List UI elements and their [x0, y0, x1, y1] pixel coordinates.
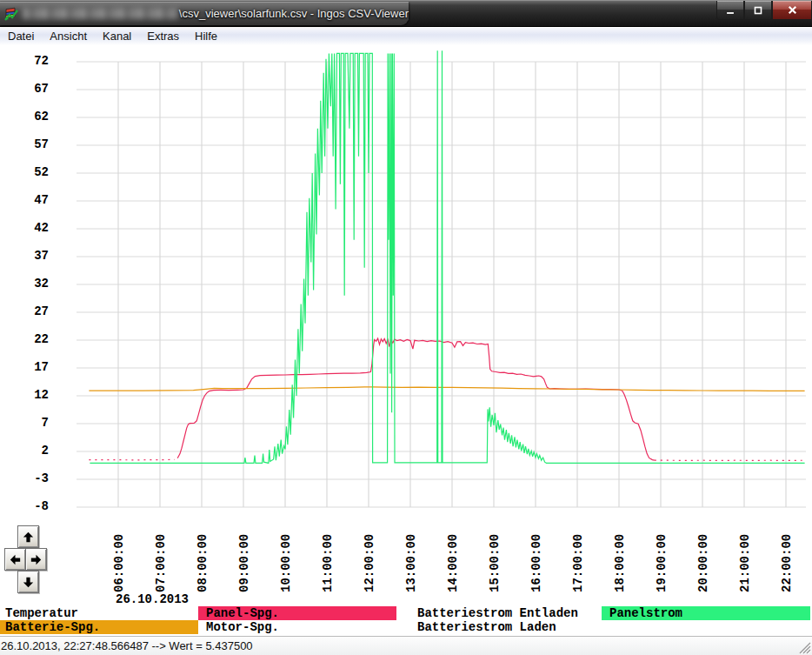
- y-tick-label: 27: [0, 305, 49, 318]
- x-axis-date-label: 26.10.2013: [116, 592, 189, 606]
- y-tick-label: 72: [0, 55, 49, 68]
- arrow-right-icon: [29, 552, 43, 567]
- menu-extras[interactable]: Extras: [139, 29, 187, 44]
- titlebar: \csv_viewer\solarfunk.csv - Ingos CSV-Vi…: [0, 0, 812, 27]
- window-controls: [716, 1, 812, 20]
- x-tick-label: 19:00:00: [655, 534, 669, 592]
- statusbar: 26.10.2013, 22:27:48.566487 --> Wert = 5…: [0, 636, 812, 655]
- status-cursor-value: 26.10.2013, 22:27:48.566487 --> Wert = 5…: [1, 639, 253, 652]
- x-tick-label: 17:00:00: [571, 534, 585, 592]
- arrow-up-icon: [21, 530, 36, 545]
- legend-item-batteriestrom-laden[interactable]: Batteriestrom Laden: [417, 620, 556, 634]
- x-tick-label: 18:00:00: [613, 534, 627, 592]
- legend-item-motor-spg[interactable]: Motor-Spg.: [206, 620, 279, 634]
- menu-datei[interactable]: Datei: [0, 29, 42, 44]
- legend-item-panel-spg[interactable]: Panel-Spg.: [206, 606, 279, 620]
- app-window: \csv_viewer\solarfunk.csv - Ingos CSV-Vi…: [0, 0, 812, 655]
- x-tick-label: 22:00:00: [780, 534, 794, 592]
- menu-kanal[interactable]: Kanal: [95, 29, 139, 44]
- x-tick-label: 09:00:00: [237, 534, 251, 592]
- y-tick-label: 32: [0, 277, 49, 291]
- menu-ansicht[interactable]: Ansicht: [42, 29, 95, 44]
- y-tick-label: -3: [0, 472, 49, 485]
- menu-hilfe[interactable]: Hilfe: [187, 29, 225, 44]
- maximize-icon: [753, 5, 763, 16]
- pan-left-button[interactable]: [4, 548, 26, 571]
- resize-grip[interactable]: [799, 642, 811, 654]
- x-tick-label: 08:00:00: [196, 534, 210, 592]
- close-icon: [787, 4, 798, 16]
- y-tick-label: -8: [0, 500, 49, 513]
- menubar: Datei Ansicht Kanal Extras Hilfe: [0, 28, 812, 45]
- x-tick-label: 07:00:00: [154, 534, 168, 592]
- pan-up-button[interactable]: [17, 525, 39, 548]
- y-tick-label: 2: [0, 444, 49, 458]
- x-tick-label: 15:00:00: [488, 534, 502, 592]
- x-tick-label: 16:00:00: [529, 534, 543, 592]
- x-tick-label: 21:00:00: [738, 534, 752, 592]
- x-tick-label: 20:00:00: [696, 534, 710, 592]
- y-tick-label: 47: [0, 194, 49, 207]
- close-button[interactable]: [772, 1, 812, 20]
- legend-item-panelstrom[interactable]: Panelstrom: [609, 606, 682, 620]
- x-tick-label: 11:00:00: [321, 534, 335, 592]
- y-tick-label: 12: [0, 389, 49, 402]
- x-tick-label: 13:00:00: [404, 534, 418, 592]
- legend-item-batteriestrom-entladen[interactable]: Batteriestrom Entladen: [417, 606, 578, 620]
- x-tick-label: 14:00:00: [446, 534, 460, 592]
- y-tick-label: 17: [0, 361, 49, 374]
- pan-right-button[interactable]: [25, 548, 47, 571]
- y-tick-label: 62: [0, 110, 49, 124]
- y-tick-label: 67: [0, 83, 49, 96]
- y-tick-label: 7: [0, 417, 49, 430]
- y-tick-label: 22: [0, 333, 49, 346]
- y-tick-label: 42: [0, 222, 49, 235]
- arrow-down-icon: [21, 575, 36, 590]
- redacted-path-blur: [23, 8, 177, 19]
- x-tick-label: 06:00:00: [112, 534, 126, 592]
- legend-item-temperatur[interactable]: Temperatur: [5, 606, 78, 620]
- minimize-button[interactable]: [716, 1, 744, 20]
- maximize-button[interactable]: [744, 1, 772, 20]
- y-tick-label: 37: [0, 250, 49, 263]
- x-tick-label: 10:00:00: [279, 534, 293, 592]
- pan-down-button[interactable]: [17, 571, 39, 593]
- legend-item-batterie-spg[interactable]: Batterie-Spg.: [5, 620, 100, 634]
- arrow-left-icon: [8, 552, 23, 567]
- x-tick-label: 12:00:00: [363, 534, 376, 592]
- y-tick-label: 52: [0, 166, 49, 179]
- app-icon: [3, 6, 19, 22]
- title-pill: \csv_viewer\solarfunk.csv - Ingos CSV-Vi…: [0, 2, 409, 25]
- minimize-icon: [725, 5, 735, 16]
- window-title: \csv_viewer\solarfunk.csv - Ingos CSV-Vi…: [179, 7, 409, 20]
- y-tick-label: 57: [0, 138, 49, 151]
